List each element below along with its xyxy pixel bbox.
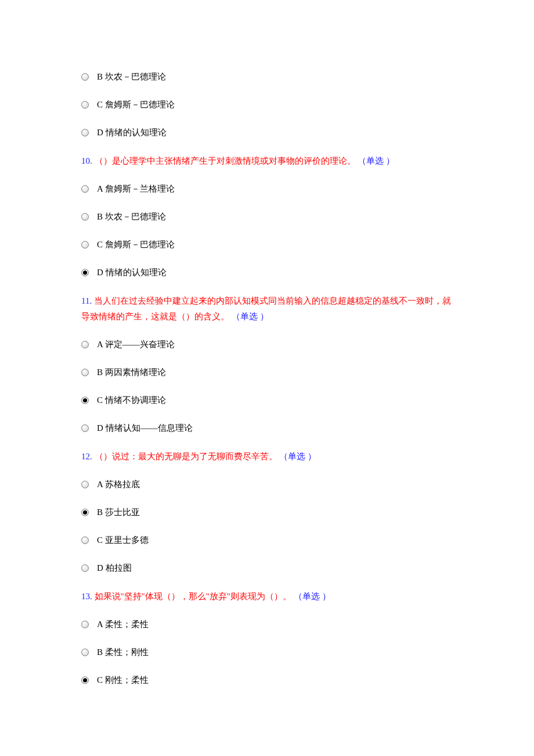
radio-button[interactable] xyxy=(81,213,89,221)
option-row[interactable]: B 莎士比亚 xyxy=(81,505,453,519)
question-type: （单选 ） xyxy=(358,156,395,165)
question-prompt: 10. （）是心理学中主张情绪产生于对刺激情境或对事物的评价的理论。 （单选 ） xyxy=(81,153,453,169)
radio-button[interactable] xyxy=(81,397,89,404)
option-row[interactable]: A 柔性；柔性 xyxy=(81,617,453,631)
option-label: C 刚性；柔性 xyxy=(97,673,149,687)
radio-button[interactable] xyxy=(81,101,89,109)
option-row[interactable]: C 刚性；柔性 xyxy=(81,673,453,687)
question-type: （单选 ） xyxy=(294,592,331,601)
option-row[interactable]: B 坎农－巴德理论 xyxy=(81,210,453,224)
option-label: B 柔性；刚性 xyxy=(97,645,149,659)
question-type: （单选 ） xyxy=(279,452,316,461)
radio-button[interactable] xyxy=(81,185,89,193)
option-label: A 评定——兴奋理论 xyxy=(97,337,175,351)
radio-button[interactable] xyxy=(81,369,89,376)
radio-button[interactable] xyxy=(81,621,89,628)
option-row[interactable]: C 詹姆斯－巴德理论 xyxy=(81,98,453,111)
question-number: 13. xyxy=(81,592,92,601)
question-type: （单选 ） xyxy=(232,312,269,321)
option-row[interactable]: C 亚里士多德 xyxy=(81,533,453,547)
question-prompt: 13. 如果说"坚持"体现（），那么"放弃"则表现为（）。 （单选 ） xyxy=(81,589,453,604)
question-text: （）说过：最大的无聊是为了无聊而费尽辛苦。 xyxy=(95,452,277,461)
question-number: 12. xyxy=(81,452,92,461)
option-label: B 坎农－巴德理论 xyxy=(97,210,166,224)
question-number: 10. xyxy=(81,156,92,165)
option-label: D 情绪认知——信息理论 xyxy=(97,421,193,435)
question-prompt: 12. （）说过：最大的无聊是为了无聊而费尽辛苦。 （单选 ） xyxy=(81,449,453,465)
radio-button[interactable] xyxy=(81,564,89,572)
radio-button[interactable] xyxy=(81,481,89,488)
question-text: 如果说"坚持"体现（），那么"放弃"则表现为（）。 xyxy=(95,592,292,601)
radio-button[interactable] xyxy=(81,537,89,544)
option-row[interactable]: D 情绪的认知理论 xyxy=(81,265,453,279)
radio-button[interactable] xyxy=(81,73,89,81)
radio-button[interactable] xyxy=(81,241,89,249)
option-label: A 苏格拉底 xyxy=(97,477,140,491)
question-number: 11. xyxy=(81,296,92,305)
option-row[interactable]: A 苏格拉底 xyxy=(81,477,453,491)
radio-button[interactable] xyxy=(81,424,89,432)
question-prompt: 11. 当人们在过去经验中建立起来的内部认知模式同当前输入的信息超越稳定的基线不… xyxy=(81,293,453,325)
option-label: D 情绪的认知理论 xyxy=(97,125,167,139)
option-row[interactable]: D 情绪认知——信息理论 xyxy=(81,421,453,435)
option-label: A 詹姆斯－兰格理论 xyxy=(97,182,175,196)
question-text: （）是心理学中主张情绪产生于对刺激情境或对事物的评价的理论。 xyxy=(95,156,356,165)
radio-button[interactable] xyxy=(81,129,89,136)
option-row[interactable]: B 柔性；刚性 xyxy=(81,645,453,659)
option-label: C 亚里士多德 xyxy=(97,533,149,547)
option-label: B 坎农－巴德理论 xyxy=(97,70,166,84)
option-row[interactable]: C 情绪不协调理论 xyxy=(81,393,453,407)
option-row[interactable]: D 柏拉图 xyxy=(81,561,453,575)
option-label: B 莎士比亚 xyxy=(97,505,140,519)
option-label: C 詹姆斯－巴德理论 xyxy=(97,237,175,251)
option-label: D 情绪的认知理论 xyxy=(97,265,167,279)
option-label: C 情绪不协调理论 xyxy=(97,393,166,407)
option-label: A 柔性；柔性 xyxy=(97,617,149,631)
radio-button[interactable] xyxy=(81,676,89,684)
option-label: B 两因素情绪理论 xyxy=(97,365,166,379)
radio-button[interactable] xyxy=(81,509,89,516)
radio-button[interactable] xyxy=(81,269,89,276)
option-row[interactable]: A 评定——兴奋理论 xyxy=(81,337,453,351)
option-label: C 詹姆斯－巴德理论 xyxy=(97,98,175,111)
option-row[interactable]: C 詹姆斯－巴德理论 xyxy=(81,237,453,251)
option-row[interactable]: B 坎农－巴德理论 xyxy=(81,70,453,84)
radio-button[interactable] xyxy=(81,649,89,656)
option-row[interactable]: D 情绪的认知理论 xyxy=(81,125,453,139)
option-label: D 柏拉图 xyxy=(97,561,132,575)
option-row[interactable]: B 两因素情绪理论 xyxy=(81,365,453,379)
quiz-content: B 坎农－巴德理论C 詹姆斯－巴德理论D 情绪的认知理论10. （）是心理学中主… xyxy=(81,70,453,687)
radio-button[interactable] xyxy=(81,341,89,348)
option-row[interactable]: A 詹姆斯－兰格理论 xyxy=(81,182,453,196)
